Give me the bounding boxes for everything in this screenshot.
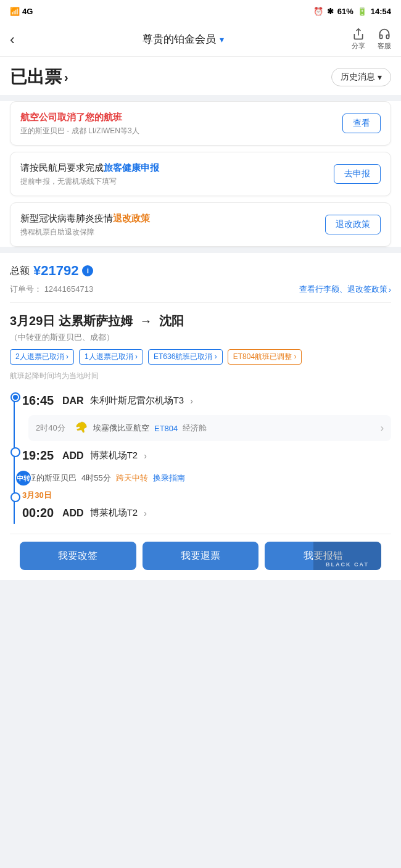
order-no-label: 订单号： 12441654713 bbox=[10, 284, 93, 295]
change-button[interactable]: 我要改签 bbox=[20, 542, 136, 570]
flight-no-et804: ET804 bbox=[154, 424, 178, 433]
header: ‹ 尊贵的铂金会员 ▾ 分享 客服 bbox=[0, 22, 401, 57]
stop-time-dar: 16:45 bbox=[22, 394, 56, 408]
transfer-badge: 中转 bbox=[15, 469, 32, 487]
stop-dar: 16:45 DAR 朱利叶斯尼雷尔机场T3 › bbox=[22, 390, 391, 411]
notif-sub-2: 提前申报，无需机场线下填写 bbox=[20, 176, 326, 187]
luggage-link[interactable]: 查看行李额、退改签政策 › bbox=[299, 284, 391, 295]
notif-content-3: 新型冠状病毒肺炎疫情退改政策 携程机票自助退改保障 bbox=[20, 212, 318, 238]
notif-btn-3[interactable]: 退改政策 bbox=[325, 215, 381, 234]
stop-code-add-2: ADD bbox=[62, 508, 84, 519]
total-row: 总额 ¥21792 i bbox=[10, 263, 391, 279]
notif-title-2: 请按民航局要求完成旅客健康申报 bbox=[20, 161, 326, 174]
order-no-value: 12441654713 bbox=[44, 284, 94, 294]
status-left: 📶 4G bbox=[10, 7, 33, 16]
refund-button[interactable]: 我要退票 bbox=[143, 542, 259, 570]
stop-add-next-day: 3月30日 00:20 ADD 博莱机场T2 › bbox=[22, 490, 391, 524]
flight-timeline: 16:45 DAR 朱利叶斯尼雷尔机场T3 › 2时40分 埃塞俄比亚航空 ET… bbox=[10, 390, 391, 524]
signal-label: 4G bbox=[22, 7, 33, 16]
share-label: 分享 bbox=[352, 41, 365, 51]
notif-sub-3: 携程机票自助退改保障 bbox=[20, 227, 318, 238]
stop-code-add-1: ADD bbox=[62, 450, 84, 461]
battery-label: 61% bbox=[337, 7, 353, 16]
status-tag-3[interactable]: ET804航班已调整 › bbox=[228, 349, 302, 365]
page-title: 已出票 › bbox=[10, 65, 68, 89]
notif-sub-1: 亚的斯亚贝巴 - 成都 LI/ZIWEN等3人 bbox=[20, 126, 335, 136]
notif-card-2: 请按民航局要求完成旅客健康申报 提前申报，无需机场线下填写 去申报 bbox=[10, 152, 391, 196]
time-note: 航班起降时间均为当地时间 bbox=[10, 371, 391, 381]
notifications-section: 航空公司取消了您的航班 亚的斯亚贝巴 - 成都 LI/ZIWEN等3人 查看 请… bbox=[0, 101, 401, 247]
notif-content-1: 航空公司取消了您的航班 亚的斯亚贝巴 - 成都 LI/ZIWEN等3人 bbox=[20, 110, 335, 136]
segment-left-et804: 2时40分 埃塞俄比亚航空 ET804 经济舱 bbox=[36, 421, 207, 435]
transfer-airline: 亚的斯亚贝巴 bbox=[28, 473, 76, 484]
transfer-info: 中转 亚的斯亚贝巴 4时55分 跨天中转 换乘指南 bbox=[28, 466, 391, 490]
bluetooth-icon: ✱ bbox=[327, 7, 334, 16]
title-row: 已出票 › 历史消息 ▾ bbox=[0, 57, 401, 95]
share-button[interactable]: 分享 bbox=[352, 28, 365, 51]
black-cat-overlay: BLACK CAT bbox=[313, 542, 381, 570]
history-button[interactable]: 历史消息 ▾ bbox=[331, 68, 391, 86]
notif-btn-1[interactable]: 查看 bbox=[342, 114, 381, 133]
battery-icon: 🔋 bbox=[357, 7, 367, 16]
stop-time-add-1: 19:25 bbox=[22, 448, 56, 463]
service-label: 客服 bbox=[378, 41, 391, 51]
status-bar: 📶 4G ⏰ ✱ 61% 🔋 14:54 bbox=[0, 0, 401, 22]
status-tag-1[interactable]: 1人退票已取消 › bbox=[79, 349, 143, 365]
order-row: 订单号： 12441654713 查看行李额、退改签政策 › bbox=[10, 284, 391, 303]
stop-time-add-2: 00:20 bbox=[22, 506, 56, 520]
duration-label: 2时40分 bbox=[36, 423, 70, 434]
report-button[interactable]: 我要报错 BLACK CAT bbox=[265, 542, 381, 570]
airline-logo-et804 bbox=[75, 421, 88, 435]
notif-content-2: 请按民航局要求完成旅客健康申报 提前申报，无需机场线下填写 bbox=[20, 161, 326, 187]
dot-add-2 bbox=[12, 494, 19, 501]
stop-name-add-1[interactable]: 博莱机场T2 bbox=[90, 450, 138, 461]
service-button[interactable]: 客服 bbox=[378, 28, 391, 51]
cross-day-label: 跨天中转 bbox=[116, 473, 148, 484]
total-label: 总额 bbox=[10, 265, 30, 278]
status-tags: 2人退票已取消 › 1人退票已取消 › ET636航班已取消 › ET804航班… bbox=[10, 349, 391, 365]
stop-arrow-add-2: › bbox=[144, 508, 147, 518]
stop-add-1: 19:25 ADD 博莱机场T2 › bbox=[22, 445, 391, 466]
transfer-duration: 4时55分 bbox=[81, 473, 111, 484]
stop-row-dar: 16:45 DAR 朱利叶斯尼雷尔机场T3 › bbox=[22, 390, 391, 411]
stop-row-add-1: 19:25 ADD 博莱机场T2 › bbox=[22, 445, 391, 466]
time-label: 14:54 bbox=[371, 7, 391, 16]
stop-arrow-add-1: › bbox=[144, 451, 147, 461]
notif-btn-2[interactable]: 去申报 bbox=[334, 164, 381, 184]
airline-name-et804: 埃塞俄比亚航空 bbox=[93, 423, 149, 434]
notif-title-3: 新型冠状病毒肺炎疫情退改政策 bbox=[20, 212, 318, 225]
stop-code-dar: DAR bbox=[62, 395, 84, 407]
status-tag-0[interactable]: 2人退票已取消 › bbox=[10, 349, 74, 365]
stop-arrow-dar: › bbox=[190, 396, 193, 406]
bottom-buttons: 我要改签 我要退票 我要报错 BLACK CAT bbox=[10, 534, 391, 580]
dot-add-1 bbox=[12, 448, 19, 456]
transfer-row: 中转 亚的斯亚贝巴 4时55分 跨天中转 换乘指南 bbox=[28, 466, 391, 490]
segment-row-et804[interactable]: 2时40分 埃塞俄比亚航空 ET804 经济舱 › bbox=[28, 415, 391, 441]
link-arrow: › bbox=[389, 285, 391, 294]
member-dropdown-icon[interactable]: ▾ bbox=[220, 35, 224, 44]
stop-name-dar[interactable]: 朱利叶斯尼雷尔机场T3 bbox=[90, 395, 184, 407]
status-right: ⏰ ✱ 61% 🔋 14:54 bbox=[313, 7, 391, 16]
timeline-line bbox=[14, 395, 15, 524]
cabin-class-et804: 经济舱 bbox=[183, 423, 207, 434]
notif-card-1: 航空公司取消了您的航班 亚的斯亚贝巴 - 成都 LI/ZIWEN等3人 查看 bbox=[10, 101, 391, 146]
date-marker: 3月30日 bbox=[22, 490, 391, 501]
signal-icon: 📶 bbox=[10, 7, 20, 16]
back-button[interactable]: ‹ bbox=[10, 31, 15, 48]
alarm-icon: ⏰ bbox=[313, 7, 323, 16]
total-amount: ¥21792 bbox=[33, 263, 78, 279]
info-icon[interactable]: i bbox=[82, 265, 93, 276]
main-content: 总额 ¥21792 i 订单号： 12441654713 查看行李额、退改签政策… bbox=[0, 253, 401, 580]
transfer-guide-link[interactable]: 换乘指南 bbox=[153, 473, 185, 484]
header-title: 尊贵的铂金会员 bbox=[143, 32, 216, 46]
status-tag-2[interactable]: ET636航班已取消 › bbox=[148, 349, 223, 365]
notif-title-1: 航空公司取消了您的航班 bbox=[20, 110, 335, 123]
title-arrow: › bbox=[64, 70, 68, 85]
dot-dar bbox=[12, 394, 19, 401]
segment-arrow-et804: › bbox=[381, 423, 384, 434]
stop-name-add-2[interactable]: 博莱机场T2 bbox=[90, 507, 138, 519]
flight-date-header: 3月29日 达累斯萨拉姆 → 沈阳 bbox=[10, 313, 391, 329]
stop-row-add-2: 00:20 ADD 博莱机场T2 › bbox=[22, 502, 391, 524]
black-cat-text: BLACK CAT bbox=[326, 561, 369, 568]
chevron-down-icon: ▾ bbox=[378, 72, 382, 82]
